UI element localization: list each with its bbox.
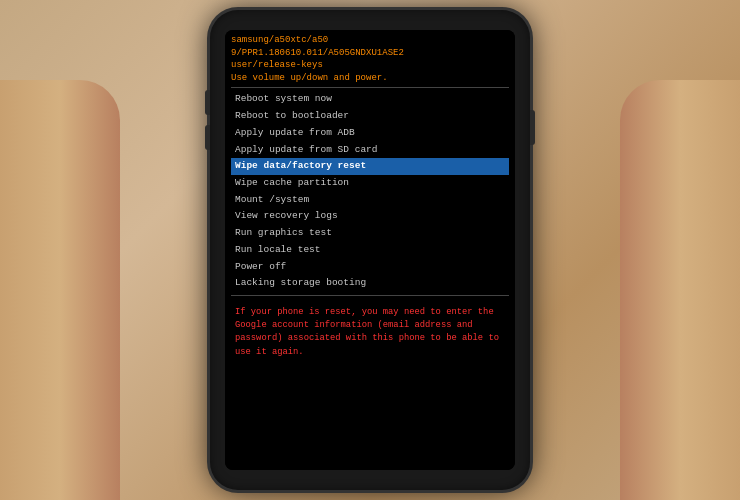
- scene: samsung/a50xtc/a50 9/PPR1.180610.011/A50…: [0, 0, 740, 500]
- menu-item-reboot-system[interactable]: Reboot system now: [231, 91, 509, 108]
- recovery-screen: samsung/a50xtc/a50 9/PPR1.180610.011/A50…: [225, 30, 515, 470]
- menu-item-lacking-storage[interactable]: Lacking storage booting: [231, 275, 509, 292]
- phone: samsung/a50xtc/a50 9/PPR1.180610.011/A50…: [210, 10, 530, 490]
- menu-item-reboot-bootloader[interactable]: Reboot to bootloader: [231, 108, 509, 125]
- hand-right: [620, 80, 740, 500]
- volume-down-button[interactable]: [205, 125, 210, 150]
- menu-item-wipe-factory[interactable]: Wipe data/factory reset: [231, 158, 509, 175]
- menu-divider: [231, 295, 509, 296]
- header-line1: samsung/a50xtc/a50: [231, 34, 509, 47]
- header-device-info: samsung/a50xtc/a50 9/PPR1.180610.011/A50…: [231, 34, 509, 84]
- header-line2: 9/PPR1.180610.011/A505GNDXU1ASE2: [231, 47, 509, 60]
- hand-left: [0, 80, 120, 500]
- header-line4: Use volume up/down and power.: [231, 72, 509, 85]
- power-button[interactable]: [530, 110, 535, 145]
- menu-item-view-logs[interactable]: View recovery logs: [231, 208, 509, 225]
- menu-item-mount-system[interactable]: Mount /system: [231, 192, 509, 209]
- header-line3: user/release-keys: [231, 59, 509, 72]
- menu-item-wipe-cache[interactable]: Wipe cache partition: [231, 175, 509, 192]
- menu-item-apply-sd[interactable]: Apply update from SD card: [231, 142, 509, 159]
- volume-up-button[interactable]: [205, 90, 210, 115]
- menu-item-power-off[interactable]: Power off: [231, 259, 509, 276]
- menu-item-apply-adb[interactable]: Apply update from ADB: [231, 125, 509, 142]
- recovery-menu: Reboot system now Reboot to bootloader A…: [231, 91, 509, 292]
- menu-item-locale-test[interactable]: Run locale test: [231, 242, 509, 259]
- warning-text: If your phone is reset, you may need to …: [231, 302, 509, 363]
- header-divider: [231, 87, 509, 88]
- phone-screen: samsung/a50xtc/a50 9/PPR1.180610.011/A50…: [225, 30, 515, 470]
- menu-item-graphics-test[interactable]: Run graphics test: [231, 225, 509, 242]
